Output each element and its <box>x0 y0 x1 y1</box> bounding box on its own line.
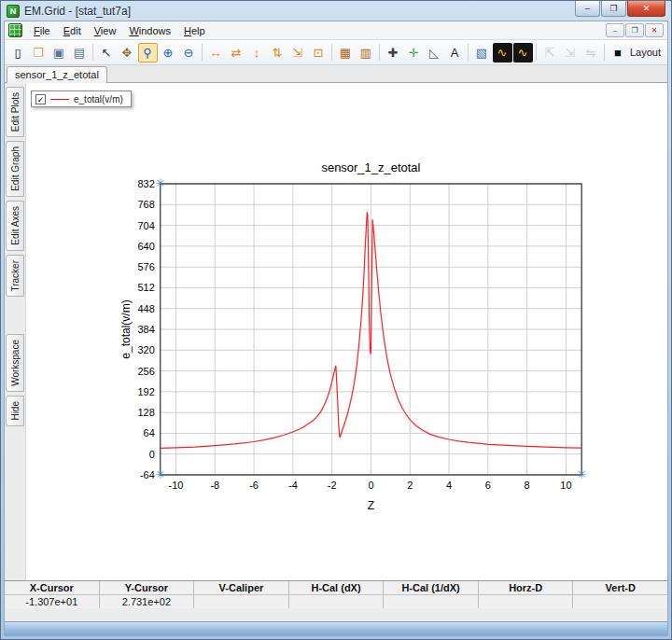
axes-toggle-2-icon: ⇲ <box>561 43 581 63</box>
legend-line-sample <box>50 99 69 100</box>
y-tick-label: 256 <box>137 366 154 377</box>
x-tick-label: -2 <box>328 480 337 491</box>
plot-properties-icon[interactable]: ▧ <box>472 43 492 63</box>
chart-title: sensor_1_z_etotal <box>321 160 420 174</box>
new-document-icon[interactable]: ▯ <box>8 43 28 63</box>
zoom-window-icon[interactable]: ⚲ <box>138 43 158 63</box>
tab-sensor-1-z-etotal[interactable]: sensor_1_z_etotal <box>7 66 107 83</box>
sidebar-tab-edit-axes[interactable]: Edit Axes <box>6 201 24 251</box>
zoom-in-icon[interactable]: ⊕ <box>159 43 178 63</box>
window-body: FileEditViewWindowsHelp –❐✕ ▯❒▣▤↖✥⚲⊕⊖↔⇄↕… <box>4 21 668 636</box>
y-tick-label: 320 <box>137 344 154 355</box>
axes-toggle-1-icon: ⇱ <box>540 43 560 63</box>
window-title: EM.Grid - [stat_tut7a] <box>24 5 570 18</box>
app-icon: N <box>7 5 20 18</box>
status-value-2 <box>194 595 289 609</box>
y-tick-label: 128 <box>137 407 154 418</box>
legend-box: ✓ e_total(v/m) <box>31 90 132 107</box>
x-tick-label: -4 <box>288 480 298 491</box>
status-header-3: H-Cal (dX) <box>289 581 385 595</box>
mdi-close-button[interactable]: ✕ <box>645 23 664 37</box>
toolbar-separator <box>536 44 537 61</box>
x-tick-label: -6 <box>249 480 259 491</box>
select-cursor-icon[interactable]: ↖ <box>97 43 117 63</box>
toolbar-separator <box>92 44 93 61</box>
scroll-vertical-icon[interactable]: ⇅ <box>268 43 287 63</box>
y-tick-label: 768 <box>137 199 154 210</box>
menu-file[interactable]: File <box>27 23 57 38</box>
mdi-controls: –❐✕ <box>606 23 664 37</box>
tracker-tool-icon[interactable]: ✛ <box>404 43 424 63</box>
x-tick-label: -8 <box>210 480 219 491</box>
sidebar-tab-label: Edit Axes <box>10 206 21 245</box>
plot-style-dark-alt-icon[interactable]: ∿ <box>513 43 533 63</box>
status-header-6: Vert-D <box>573 581 667 595</box>
x-tick-label: 2 <box>407 480 413 491</box>
maximize-button[interactable]: ❐ <box>601 1 626 17</box>
y-tick-label: 64 <box>144 427 155 438</box>
plot-style-dark-icon[interactable]: ∿ <box>493 43 512 63</box>
y-tick-label: 704 <box>137 220 154 231</box>
status-header-2: V-Caliper <box>194 581 289 595</box>
sidebar-tab-edit-graph[interactable]: Edit Graph <box>6 141 24 197</box>
layout-label[interactable]: Layout <box>630 47 661 58</box>
y-tick-label: 384 <box>137 324 154 335</box>
menu-help[interactable]: Help <box>177 23 212 38</box>
legend-label: e_total(v/m) <box>74 94 123 104</box>
crosshair-icon[interactable]: ✚ <box>384 43 403 63</box>
main-area: Edit PlotsEdit GraphEdit AxesTrackerWork… <box>5 83 667 580</box>
y-tick-label: 640 <box>137 241 154 252</box>
mdi-restore-button[interactable]: ❐ <box>625 23 644 37</box>
window-controls: –❐✕ <box>575 1 665 17</box>
title-bar[interactable]: N EM.Grid - [stat_tut7a] –❐✕ <box>1 1 671 21</box>
pan-hand-icon[interactable]: ✥ <box>118 43 137 63</box>
close-button[interactable]: ✕ <box>627 1 665 17</box>
chart-svg[interactable]: -10-8-6-4-20246810-640641281922563203844… <box>26 83 667 580</box>
cursor-marker[interactable]: ✳ <box>155 176 165 190</box>
legend-checkbox[interactable]: ✓ <box>35 94 46 104</box>
sidebar-tab-edit-plots[interactable]: Edit Plots <box>6 87 24 137</box>
status-value-3 <box>289 595 385 609</box>
grid-toggle-icon[interactable]: ▦ <box>336 43 356 63</box>
toolbar: ▯❒▣▤↖✥⚲⊕⊖↔⇄↕⇅⇲⊡▦▥✚✛◺A▧∿∿⇱⇲⇋■Layout <box>5 40 667 65</box>
save-icon[interactable]: ▣ <box>49 43 69 63</box>
x-tick-label: 8 <box>525 480 530 491</box>
mdi-minimize-button[interactable]: – <box>606 23 624 37</box>
toolbar-separator <box>331 44 332 61</box>
status-header-0: X-Cursor <box>5 581 100 595</box>
menubar-items: FileEditViewWindowsHelp <box>27 23 212 38</box>
text-tool-icon[interactable]: A <box>445 43 465 63</box>
sidebar-tab-label: Hide <box>10 401 21 421</box>
sidebar-tab-hide[interactable]: Hide <box>6 396 24 426</box>
open-folder-icon[interactable]: ❒ <box>29 43 49 63</box>
sidebar-tab-tracker[interactable]: Tracker <box>6 255 24 298</box>
menu-view[interactable]: View <box>88 23 123 38</box>
fit-all-icon[interactable]: ⇲ <box>288 43 308 63</box>
fit-horizontal-icon[interactable]: ↔ <box>206 43 226 63</box>
menu-edit[interactable]: Edit <box>57 23 88 38</box>
layout-mode-icon[interactable]: ■ <box>609 43 628 63</box>
sidebar-tab-workspace[interactable]: Workspace <box>6 334 24 392</box>
cursor-marker[interactable]: ✳ <box>577 467 587 481</box>
scroll-horizontal-icon[interactable]: ⇄ <box>227 43 246 63</box>
fit-vertical-icon[interactable]: ↕ <box>247 43 267 63</box>
slope-tool-icon[interactable]: ◺ <box>425 43 444 63</box>
app-menu-icon[interactable] <box>8 23 22 37</box>
x-tick-label: 0 <box>368 480 373 491</box>
x-tick-label: 6 <box>485 480 491 491</box>
sidebar-tab-label: Edit Graph <box>10 146 21 191</box>
status-header-row: X-CursorY-CursorV-CaliperH-Cal (dX)H-Cal… <box>5 581 667 595</box>
zoom-out-icon[interactable]: ⊖ <box>179 43 199 63</box>
sidebar: Edit PlotsEdit GraphEdit AxesTrackerWork… <box>5 83 25 580</box>
print-icon[interactable]: ▤ <box>70 43 90 63</box>
toolbar-separator <box>604 44 605 61</box>
y-axis-label: e_total(v/m) <box>119 299 133 358</box>
data-table-icon[interactable]: ▥ <box>357 43 376 63</box>
status-table: X-CursorY-CursorV-CaliperH-Cal (dX)H-Cal… <box>5 580 667 608</box>
minimize-button[interactable]: – <box>575 1 600 17</box>
menu-windows[interactable]: Windows <box>122 23 177 38</box>
status-value-4 <box>384 595 479 609</box>
y-tick-label: 512 <box>137 282 154 293</box>
autoscale-icon[interactable]: ⊡ <box>309 43 329 63</box>
cursor-marker[interactable]: ✳ <box>155 467 165 481</box>
